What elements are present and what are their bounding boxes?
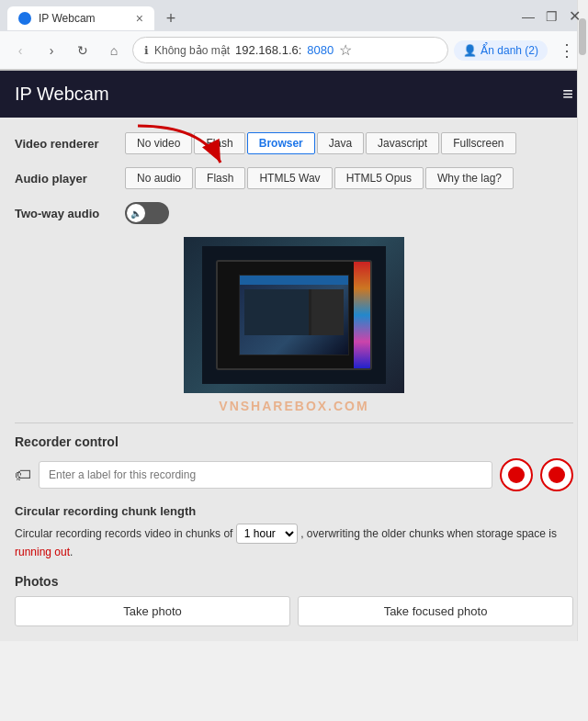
forward-icon: › <box>50 43 54 58</box>
take-photo-button[interactable]: Take photo <box>15 596 290 626</box>
recorder-title: Recorder control <box>15 434 573 449</box>
video-renderer-options: No video Flash Browser Java Javascript F… <box>125 132 516 154</box>
new-tab-button[interactable]: + <box>158 6 184 31</box>
chunk-text-end: . <box>70 546 73 558</box>
scrollbar-track[interactable] <box>577 0 588 641</box>
restore-icon[interactable]: ❐ <box>546 9 558 24</box>
video-flash-button[interactable]: Flash <box>194 132 244 154</box>
refresh-icon: ↻ <box>77 43 88 58</box>
profile-button[interactable]: 👤 Ẩn danh (2) <box>454 40 548 61</box>
recording-label-input[interactable] <box>39 461 492 489</box>
address-ip: 192.168.1.6: <box>235 43 301 57</box>
lock-icon: ℹ <box>144 44 149 57</box>
home-icon: ⌂ <box>110 43 118 58</box>
close-icon[interactable]: ✕ <box>569 7 581 25</box>
take-focused-photo-button[interactable]: Take focused photo <box>298 596 573 626</box>
minimize-icon[interactable]: — <box>522 9 535 24</box>
address-port: 8080 <box>307 43 334 57</box>
chunk-running-out: running out <box>15 546 70 558</box>
refresh-button[interactable]: ↻ <box>70 38 96 63</box>
photos-row: Take photo Take focused photo <box>15 596 573 626</box>
audio-player-options: No audio Flash HTML5 Wav HTML5 Opus Why … <box>125 167 514 189</box>
profile-label: Ẩn danh (2) <box>481 44 538 57</box>
video-browser-button[interactable]: Browser <box>247 132 315 154</box>
audio-whylag-button[interactable]: Why the lag? <box>425 167 514 189</box>
record-stop-button[interactable] <box>540 458 573 491</box>
tab-title: IP Webcam <box>39 12 129 25</box>
video-renderer-label: Video renderer <box>15 137 116 151</box>
address-protocol: Không bảo mật <box>154 44 230 57</box>
speaker-icon: 🔈 <box>130 208 141 219</box>
bookmark-icon[interactable]: ☆ <box>339 41 352 59</box>
chunk-text-after: , overwriting the older chunks when stor… <box>300 527 557 540</box>
video-javascript-button[interactable]: Javascript <box>366 132 439 154</box>
record-start-button[interactable] <box>500 458 533 491</box>
audio-html5wav-button[interactable]: HTML5 Wav <box>247 167 332 189</box>
chunk-length-select[interactable]: 1 hour 30 min 15 min 5 min <box>236 524 298 544</box>
tag-icon: 🏷 <box>15 466 31 485</box>
video-preview <box>184 237 404 393</box>
audio-html5opus-button[interactable]: HTML5 Opus <box>334 167 424 189</box>
chunk-text: Circular recording records video in chun… <box>15 524 573 561</box>
audio-player-label: Audio player <box>15 172 116 186</box>
app-title: IP Webcam <box>15 84 109 105</box>
two-way-audio-toggle[interactable]: 🔈 <box>125 202 169 224</box>
two-way-audio-row: Two-way audio 🔈 <box>15 202 573 224</box>
tab-favicon <box>18 12 31 25</box>
address-bar[interactable]: ℹ Không bảo mật 192.168.1.6:8080 ☆ <box>132 37 448 63</box>
home-button[interactable]: ⌂ <box>101 38 127 63</box>
audio-player-row: Audio player No audio Flash HTML5 Wav HT… <box>15 167 573 189</box>
back-button[interactable]: ‹ <box>7 38 33 63</box>
watermark: VNSHAREBOX.COM <box>15 399 573 413</box>
chunk-text-before: Circular recording records video in chun… <box>15 527 232 540</box>
video-no-video-button[interactable]: No video <box>125 132 192 154</box>
forward-button[interactable]: › <box>39 38 64 63</box>
video-java-button[interactable]: Java <box>317 132 364 154</box>
active-tab[interactable]: IP Webcam × <box>7 6 154 30</box>
audio-flash-button[interactable]: Flash <box>195 167 245 189</box>
profile-avatar-icon: 👤 <box>463 44 477 57</box>
photos-title: Photos <box>15 574 573 589</box>
tab-close-button[interactable]: × <box>136 12 143 25</box>
video-fullscreen-button[interactable]: Fullscreen <box>441 132 515 154</box>
app-header: IP Webcam ≡ <box>0 71 588 118</box>
recorder-input-row: 🏷 <box>15 458 573 491</box>
back-icon: ‹ <box>18 43 23 58</box>
chunk-title: Circular recording chunk length <box>15 504 573 518</box>
video-renderer-row: Video renderer No video Flash Browser Ja… <box>15 132 573 154</box>
hamburger-menu-button[interactable]: ≡ <box>562 84 573 105</box>
two-way-audio-label: Two-way audio <box>15 207 116 220</box>
audio-no-audio-button[interactable]: No audio <box>125 167 193 189</box>
